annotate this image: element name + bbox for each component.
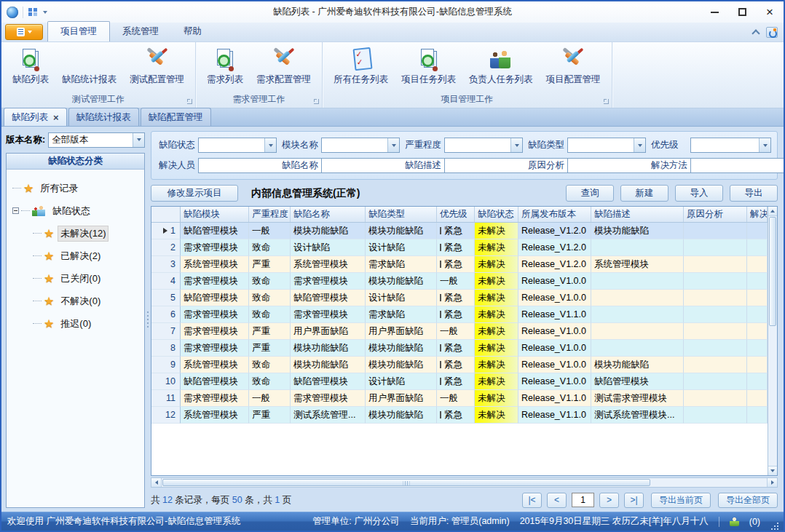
resize-grip-icon[interactable] — [770, 522, 779, 531]
action-button-导入[interactable]: 导入 — [675, 185, 723, 202]
grid-empty-area — [151, 424, 768, 475]
ribbon-tab-项目管理[interactable]: 项目管理 — [47, 21, 110, 41]
prev-page-button[interactable]: < — [547, 493, 567, 508]
horizontal-scrollbar[interactable] — [151, 477, 778, 488]
collapse-ribbon-icon[interactable] — [752, 29, 760, 37]
cell-name: 模块功能缺陷 — [291, 223, 366, 239]
ribbon-button-项目任务列表[interactable]: 项目任务列表 — [396, 45, 461, 87]
ribbon-button-缺陷统计报表[interactable]: 缺陷统计报表 — [57, 45, 122, 87]
scroll-up-button[interactable] — [768, 207, 777, 216]
next-page-button[interactable]: > — [599, 493, 619, 508]
dialog-launcher-icon[interactable] — [187, 99, 192, 104]
column-header-缺陷描述[interactable]: 缺陷描述 — [591, 207, 684, 222]
document-tab-缺陷统计报表[interactable]: 缺陷统计报表 — [68, 108, 139, 126]
table-row[interactable]: 8需求管理模块严重模块功能缺陷模块功能缺陷紧急未解决Release_V1.0.0 — [151, 340, 768, 357]
action-button-新建[interactable]: 新建 — [620, 185, 668, 202]
filter-模块名称: 模块名称 — [282, 138, 400, 153]
sidebar-splitter[interactable] — [145, 127, 151, 512]
ribbon-button-需求列表[interactable]: 需求列表 — [202, 45, 248, 87]
ribbon-button-缺陷列表[interactable]: 缺陷列表 — [7, 45, 54, 87]
application-menu-button[interactable] — [5, 24, 43, 40]
vertical-scrollbar[interactable] — [768, 207, 777, 475]
dialog-launcher-icon[interactable] — [604, 99, 609, 104]
close-button[interactable]: × — [756, 4, 784, 21]
combo-dropdown-button[interactable] — [759, 138, 770, 152]
ribbon-tab-帮助[interactable]: 帮助 — [171, 22, 214, 41]
column-header-缺陷类型[interactable]: 缺陷类型 — [366, 207, 437, 222]
table-row[interactable]: 9系统管理模块致命模块功能缺陷模块功能缺陷紧急未解决Release_V1.0.0… — [151, 357, 768, 373]
page-number-input[interactable] — [572, 493, 594, 507]
close-tab-icon[interactable]: × — [53, 114, 59, 122]
column-header-缺陷名称[interactable]: 缺陷名称 — [291, 207, 366, 222]
combo-dropdown-button[interactable] — [510, 138, 522, 152]
dialog-launcher-icon[interactable] — [314, 99, 319, 104]
ribbon-tab-系统管理[interactable]: 系统管理 — [110, 22, 171, 41]
chevron-down-icon[interactable] — [43, 11, 47, 14]
export-current-page-button[interactable]: 导出当前页 — [651, 493, 711, 508]
ribbon-button-所有任务列表[interactable]: 所有任务列表 — [328, 45, 393, 87]
version-combobox[interactable]: 全部版本 — [48, 132, 145, 148]
document-tab-缺陷配置管理[interactable]: 缺陷配置管理 — [141, 108, 211, 126]
help-icon[interactable] — [766, 27, 778, 38]
ribbon-button-需求配置管理[interactable]: 需求配置管理 — [251, 45, 316, 87]
filter-input-解决方法[interactable] — [690, 158, 785, 173]
maximize-button[interactable] — [728, 4, 756, 21]
document-tab-缺陷列表[interactable]: 缺陷列表× — [4, 108, 67, 126]
table-row[interactable]: 3系统管理模块严重系统管理模块需求缺陷紧急未解决Release_V1.2.0系统… — [151, 256, 768, 273]
column-header-原因分析[interactable]: 原因分析 — [684, 207, 747, 222]
table-row[interactable]: 12系统管理模块严重测试系统管理...模块功能缺陷紧急未解决Release_V1… — [151, 407, 768, 424]
ribbon-button-项目配置管理[interactable]: 项目配置管理 — [541, 45, 606, 87]
filter-combobox-缺陷状态[interactable] — [198, 138, 277, 153]
tree-item-已解决(2)[interactable]: ★已解决(2) — [12, 245, 143, 267]
first-page-button[interactable]: |< — [522, 493, 542, 508]
ribbon-button-负责人任务列表[interactable]: 负责人任务列表 — [464, 45, 538, 87]
export-all-pages-button[interactable]: 导出全部页 — [718, 493, 778, 508]
scroll-right-button[interactable] — [767, 478, 777, 487]
filter-combobox-优先级[interactable] — [690, 138, 771, 153]
column-header-严重程度[interactable]: 严重程度 — [249, 207, 291, 222]
tree-item-不解决(0)[interactable]: ★不解决(0) — [12, 290, 143, 312]
column-header-缺陷模块[interactable]: 缺陷模块 — [181, 207, 249, 222]
combo-dropdown-button[interactable] — [264, 138, 276, 152]
minimize-button[interactable] — [701, 4, 728, 21]
filter-combobox-模块名称[interactable] — [321, 138, 400, 153]
vertical-scroll-thumb[interactable] — [769, 217, 776, 326]
table-row[interactable]: 10缺陷管理模块致命缺陷管理模块设计缺陷紧急未解决Release_V1.0.0缺… — [151, 373, 768, 390]
modify-columns-button[interactable]: 修改显示项目 — [151, 185, 238, 202]
table-row[interactable]: 7需求管理模块严重用户界面缺陷用户界面缺陷一般未解决Release_V1.0.0 — [151, 323, 768, 340]
combo-dropdown-button[interactable] — [133, 133, 144, 147]
collapse-node-icon[interactable] — [12, 207, 19, 214]
table-row[interactable]: 4需求管理模块致命需求管理模块模块功能缺陷一般未解决Release_V1.0.0 — [151, 273, 768, 290]
combo-dropdown-button[interactable] — [634, 138, 645, 152]
action-button-查询[interactable]: 查询 — [566, 185, 614, 202]
scroll-left-button[interactable] — [151, 478, 162, 487]
chevron-down-icon — [638, 144, 642, 147]
ribbon-tab-bar: 项目管理系统管理帮助 — [1, 23, 784, 42]
tree-item-所有记录[interactable]: ★所有记录 — [12, 177, 143, 199]
table-row[interactable]: 2需求管理模块致命设计缺陷设计缺陷紧急未解决Release_V1.2.0 — [151, 239, 768, 256]
filter-combobox-缺陷类型[interactable] — [567, 138, 646, 153]
column-header-解决方法[interactable]: 解决方法 — [747, 207, 768, 222]
column-header-优先级[interactable]: 优先级 — [437, 207, 475, 222]
last-page-button[interactable]: >| — [624, 493, 644, 508]
table-row[interactable]: 5缺陷管理模块致命缺陷管理模块设计缺陷紧急未解决Release_V1.0.0 — [151, 290, 768, 306]
table-row[interactable]: 6需求管理模块致命需求管理模块需求缺陷紧急未解决Release_V1.1.0 — [151, 306, 768, 323]
column-header-缺陷状态[interactable]: 缺陷状态 — [475, 207, 518, 222]
summary-number: 50 — [232, 495, 242, 505]
horizontal-scroll-thumb[interactable] — [162, 479, 650, 486]
tree-item-已关闭(0)[interactable]: ★已关闭(0) — [12, 267, 143, 290]
ribbon-button-测试配置管理[interactable]: 测试配置管理 — [125, 45, 189, 87]
filter-combobox-严重程度[interactable] — [444, 138, 523, 153]
tree-item-缺陷状态[interactable]: 缺陷状态 — [12, 199, 143, 222]
tree-item-未解决(12)[interactable]: ★未解决(12) — [12, 222, 143, 245]
table-row[interactable]: 1缺陷管理模块一般模块功能缺陷模块功能缺陷紧急未解决Release_V1.2.0… — [151, 223, 768, 239]
splitter-grip-icon — [147, 319, 149, 320]
filter-label: 缺陷类型 — [528, 139, 567, 151]
column-header-所属发布版本[interactable]: 所属发布版本 — [518, 207, 591, 222]
combo-dropdown-button[interactable] — [387, 138, 399, 152]
table-row[interactable]: 11需求管理模块一般需求管理模块用户界面缺陷一般未解决Release_V1.1.… — [151, 390, 768, 407]
grid-icon[interactable] — [28, 7, 39, 17]
action-button-导出[interactable]: 导出 — [730, 185, 778, 202]
scroll-down-button[interactable] — [768, 466, 777, 475]
tree-item-推迟(0)[interactable]: ★推迟(0) — [12, 312, 143, 335]
